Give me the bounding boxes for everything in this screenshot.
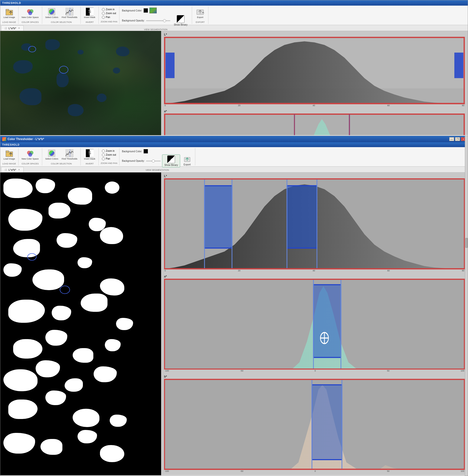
export-button[interactable]: Export: [194, 7, 206, 19]
bottom-find-thresholds-button[interactable]: Find Thresholds: [60, 149, 78, 161]
bottom-zoom-out-button[interactable]: Zoom out: [101, 153, 117, 157]
bottom-new-color-space-button[interactable]: New Color Space: [20, 149, 40, 161]
tab-label: L*a*b*: [9, 27, 16, 30]
invert-mask-button[interactable]: S Invert Mask: [83, 7, 97, 19]
bottom-load-image-button[interactable]: Load Image: [2, 149, 16, 161]
svg-text:S: S: [88, 9, 91, 14]
tab-close-button[interactable]: ×: [17, 27, 20, 30]
bottom-lab-tab[interactable]: ⬜ L*a*b* ×: [1, 167, 24, 172]
bottom-b-star-label: b*: [164, 375, 465, 378]
window-controls: — ❐ ×: [449, 137, 466, 141]
l-star-label: L*: [164, 33, 465, 36]
a-star-chart[interactable]: [164, 113, 465, 135]
find-thresholds-icon: [66, 8, 73, 15]
bottom-pan-button[interactable]: Pan: [101, 157, 117, 161]
bottom-bg-color-box[interactable]: [144, 149, 148, 154]
background-color-label: Background Color:: [122, 9, 142, 12]
bottom-export-label: Export: [184, 163, 190, 166]
invert-group: S Invert Mask INVERT: [81, 7, 99, 24]
bottom-tab-close[interactable]: ×: [17, 168, 20, 171]
matlab-icon: [2, 137, 6, 141]
top-image-panel: [0, 31, 161, 135]
select-colors-label: Select Colors: [45, 16, 58, 19]
svg-rect-23: [454, 53, 463, 78]
bottom-load-icon: [5, 149, 13, 157]
bottom-view-seg-group: Background Color: Background Opacity: Sh…: [119, 148, 195, 165]
scrollbar[interactable]: [465, 136, 468, 476]
background-color-box[interactable]: [144, 8, 148, 13]
color-selection-group-label: COLOR SELECTION: [51, 21, 72, 23]
bottom-color-spaces-group: New Color Space COLOR SPACES: [18, 148, 42, 165]
minimize-button[interactable]: —: [449, 137, 454, 141]
show-binary-button[interactable]: Show Binary: [172, 14, 190, 27]
lab-tab[interactable]: ⬜ L*a*b* ×: [1, 25, 24, 31]
svg-point-52: [28, 253, 36, 260]
color-spaces-buttons: New Color Space: [20, 7, 40, 19]
bottom-select-colors-button[interactable]: Select Colors: [44, 149, 60, 161]
zoom-in-radio: [102, 8, 105, 11]
bottom-b-star-chart[interactable]: [164, 379, 465, 470]
bottom-opacity-slider[interactable]: [146, 161, 161, 162]
invert-icon: S: [86, 8, 94, 15]
bottom-invert-group: S Invert Mask INVERT: [81, 148, 99, 165]
show-binary-label: Show Binary: [174, 23, 188, 26]
bottom-show-binary-button[interactable]: Show Binary: [162, 154, 180, 167]
bottom-zoom-controls: Zoom in Zoom out Pan: [101, 149, 117, 161]
selection-overlay: [0, 31, 161, 135]
color-selection-buttons: Select Colors Find Thresholds: [44, 7, 79, 19]
zoom-in-button[interactable]: Zoom in: [101, 8, 117, 11]
bottom-l-star-chart[interactable]: [164, 178, 465, 269]
svg-rect-1: [6, 9, 9, 11]
svg-rect-0: [6, 10, 13, 15]
bottom-invert-icon: S: [86, 149, 94, 157]
restore-button[interactable]: ❐: [455, 137, 460, 141]
svg-rect-22: [165, 53, 175, 78]
zoom-out-button[interactable]: Zoom out: [101, 12, 117, 15]
bottom-opacity-thumb[interactable]: [152, 160, 155, 163]
new-color-space-button[interactable]: New Color Space: [20, 7, 40, 19]
find-thresholds-button[interactable]: Find Thresholds: [60, 7, 78, 19]
svg-rect-56: [205, 186, 232, 248]
select-colors-button[interactable]: Select Colors: [44, 7, 60, 19]
load-image-buttons: Load Image: [2, 7, 16, 19]
pan-radio: [102, 16, 105, 19]
top-title-bar: THRESHOLD: [0, 0, 468, 6]
find-thresholds-label: Find Thresholds: [62, 16, 77, 19]
opacity-slider[interactable]: [146, 20, 170, 21]
bottom-l-star-axis: 0 20 40 60 80: [164, 269, 465, 274]
background-color-row: Background Color:: [122, 8, 190, 14]
color-spaces-group-label: COLOR SPACES: [21, 21, 39, 23]
svg-rect-65: [313, 284, 341, 357]
bottom-color-spaces-label: COLOR SPACES: [21, 163, 39, 165]
background-opacity-label: Background Opacity:: [122, 19, 145, 22]
svg-rect-57: [287, 186, 317, 248]
bottom-a-star-axis: -100 -50 0 50 100: [164, 370, 465, 374]
bottom-color-selection-group: Select Colors Find Thresholds COLOR SELE…: [42, 148, 81, 165]
zoom-out-radio: [102, 12, 105, 15]
a-star-svg: [164, 114, 464, 135]
bottom-new-color-space-label: New Color Space: [22, 158, 39, 160]
pan-button[interactable]: Pan: [101, 15, 117, 19]
bottom-a-star-chart[interactable]: [164, 279, 465, 370]
load-image-button[interactable]: Load Image: [2, 7, 16, 19]
zoom-pan-group: Zoom in Zoom out Pan ZOOM AND PAN: [99, 7, 119, 24]
load-image-icon: [5, 8, 13, 15]
l-star-chart[interactable]: [164, 37, 465, 104]
bottom-load-image-label: Load Image: [3, 158, 15, 160]
bottom-export-button[interactable]: Export: [182, 155, 192, 167]
export-label: Export: [197, 16, 203, 19]
top-toolbar: Load Image LOAD IMAGE New Color Space: [0, 6, 468, 25]
svg-rect-75: [312, 385, 342, 460]
bottom-zoom-in-button[interactable]: Zoom in: [101, 149, 117, 153]
bottom-invert-mask-button[interactable]: S Invert Mask: [83, 149, 97, 161]
bottom-export-icon: [184, 156, 190, 163]
bottom-tab-icon: ⬜: [4, 168, 7, 171]
top-window: THRESHOLD Load Image LO: [0, 0, 468, 136]
invert-group-label: INVERT: [86, 21, 94, 23]
bottom-color-space-icon: [26, 149, 34, 157]
bottom-show-binary-label: Show Binary: [164, 164, 178, 166]
opacity-slider-thumb[interactable]: [163, 19, 166, 22]
bottom-select-colors-icon: [48, 149, 56, 157]
scrollbar-thumb[interactable]: [465, 238, 468, 248]
select-colors-icon: [48, 8, 56, 15]
